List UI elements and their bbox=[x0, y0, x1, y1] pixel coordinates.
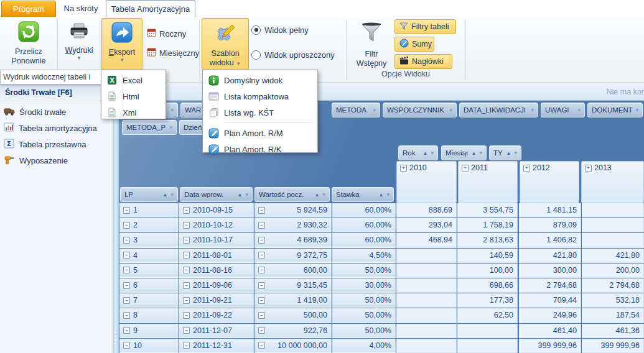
sidebar-item-srodki-trwale[interactable]: Środki trwałe bbox=[4, 104, 66, 119]
collapse-icon[interactable]: − bbox=[183, 327, 190, 334]
cell-date[interactable]: −2010-10-12 bbox=[179, 218, 254, 232]
menu-item-lista-kst[interactable]: Lista wg. KŚT bbox=[203, 104, 317, 121]
headers-toggle[interactable]: Nagłówki bbox=[394, 54, 452, 69]
filter-chevron-icon[interactable]: ▾ bbox=[322, 191, 325, 198]
collapse-icon[interactable]: − bbox=[123, 222, 130, 229]
cell-y2012[interactable]: 249,96 bbox=[519, 308, 581, 323]
cell-y2012[interactable]: 1 406,82 bbox=[519, 233, 581, 247]
group-header-rok[interactable]: Rok▲▾ bbox=[398, 145, 438, 160]
cell-y2013[interactable] bbox=[582, 218, 644, 232]
collapse-icon[interactable]: − bbox=[258, 282, 265, 289]
collapse-icon[interactable]: − bbox=[123, 267, 130, 273]
cell-y2013[interactable]: 187,54 bbox=[582, 308, 644, 323]
cell-lp[interactable]: −10 bbox=[119, 339, 179, 353]
filter-chevron-icon[interactable]: ▾ bbox=[449, 107, 452, 113]
cell-y2013[interactable]: 461,36 bbox=[582, 324, 644, 338]
sort-asc-icon[interactable]: ▲ bbox=[503, 150, 511, 156]
cell-y2010[interactable] bbox=[396, 308, 457, 323]
cell-y2012[interactable]: 399 999,96 bbox=[519, 339, 581, 353]
collapse-icon[interactable]: − bbox=[183, 282, 190, 289]
table-row[interactable]: −2−2010-10-12−2 930,3260,00%293,041 758,… bbox=[119, 218, 644, 233]
collapse-icon[interactable]: − bbox=[123, 207, 130, 214]
simple-view-radio[interactable]: Widok uproszczony bbox=[251, 48, 335, 61]
collapse-icon[interactable]: − bbox=[183, 342, 190, 349]
sort-asc-icon[interactable]: ▲ bbox=[311, 192, 320, 198]
filter-chevron-icon[interactable]: ▾ bbox=[577, 107, 581, 113]
cell-rate[interactable]: 60,00% bbox=[332, 218, 396, 232]
cell-y2010[interactable] bbox=[396, 264, 457, 278]
column-header-metoda[interactable]: METODA▾ bbox=[332, 103, 380, 117]
cell-y2011[interactable] bbox=[457, 324, 518, 338]
cell-date[interactable]: −2011-08-01 bbox=[179, 249, 254, 263]
column-header-wspolczynnik[interactable]: WSPOLCZYNNIK▾ bbox=[383, 103, 457, 117]
collapse-icon[interactable]: − bbox=[183, 252, 190, 259]
cell-lp[interactable]: −8 bbox=[119, 308, 179, 323]
filter-chevron-icon[interactable]: ▾ bbox=[479, 150, 482, 156]
cell-y2012[interactable]: 461,40 bbox=[519, 324, 581, 338]
cell-y2012[interactable]: 879,09 bbox=[519, 218, 581, 232]
cell-y2010[interactable]: 468,94 bbox=[396, 233, 457, 247]
filter-chevron-icon[interactable]: ▾ bbox=[531, 107, 534, 113]
year-header-2012[interactable]: +2012 bbox=[520, 161, 579, 203]
tab-tabela-amortyzacyjna[interactable]: Tabela Amortyzacyjna bbox=[106, 0, 195, 17]
table-row[interactable]: −1−2010-09-15−5 924,5960,00%888,693 554,… bbox=[119, 203, 644, 218]
cell-date[interactable]: −2011-08-16 bbox=[179, 264, 254, 278]
collapse-icon[interactable]: − bbox=[258, 267, 265, 273]
cell-value[interactable]: −922,76 bbox=[254, 324, 332, 338]
column-header-wartosc-pocz[interactable]: Wartość pocz.▲▾ bbox=[254, 187, 330, 202]
cell-date[interactable]: −2011-09-21 bbox=[179, 293, 254, 308]
expand-icon[interactable]: + bbox=[400, 165, 407, 172]
expand-icon[interactable]: + bbox=[585, 165, 592, 172]
filter-chevron-icon[interactable]: ▾ bbox=[514, 150, 517, 156]
sort-asc-icon[interactable]: ▲ bbox=[419, 150, 428, 156]
collapse-icon[interactable]: − bbox=[258, 222, 265, 229]
column-header-lp[interactable]: LP▲▾ bbox=[120, 187, 178, 202]
cell-rate[interactable]: 60,00% bbox=[332, 203, 396, 218]
column-header-data-likwidacji[interactable]: DATA_LIKWIDACJI▾ bbox=[459, 103, 538, 117]
tab-program[interactable]: Program bbox=[1, 1, 56, 17]
column-header-dokument[interactable]: DOKUMENT▾ bbox=[587, 103, 643, 117]
collapse-icon[interactable]: − bbox=[123, 237, 130, 244]
collapse-icon[interactable]: − bbox=[123, 342, 130, 349]
cell-lp[interactable]: −7 bbox=[119, 293, 179, 308]
cell-y2011[interactable]: 177,38 bbox=[457, 293, 518, 308]
menu-item-xml[interactable]: Xml bbox=[101, 104, 166, 121]
collapse-icon[interactable]: − bbox=[123, 327, 130, 334]
column-header-data-wprow[interactable]: Data wprow.▲▾ bbox=[180, 187, 253, 202]
filter-chevron-icon[interactable]: ▾ bbox=[169, 124, 172, 131]
group-header-typ[interactable]: TYP▲▾ bbox=[489, 145, 521, 160]
cell-y2013[interactable]: 532,18 bbox=[582, 293, 644, 308]
year-header-2013[interactable]: +2013 bbox=[581, 161, 644, 203]
table-row[interactable]: −6−2011-09-06−9 315,4530,00%698,662 794,… bbox=[119, 278, 644, 293]
collapse-icon[interactable]: − bbox=[123, 252, 130, 259]
collapse-icon[interactable]: − bbox=[183, 312, 190, 319]
column-header-uwagi[interactable]: UWAGI▾ bbox=[541, 103, 585, 117]
collapse-icon[interactable]: − bbox=[183, 297, 190, 304]
cell-y2011[interactable]: 62,50 bbox=[457, 308, 518, 323]
cell-y2013[interactable]: 399 999,96 bbox=[582, 339, 644, 353]
sort-asc-icon[interactable]: ▲ bbox=[234, 192, 243, 198]
table-row[interactable]: −5−2011-08-16−600,0050,00%100,00300,0020… bbox=[119, 264, 644, 278]
table-filters-toggle[interactable]: Filtry tabeli bbox=[394, 19, 456, 34]
expand-icon[interactable]: + bbox=[523, 165, 530, 172]
cell-y2013[interactable]: 200,00 bbox=[582, 264, 644, 278]
sidebar-item-tabela-amortyzacyjna[interactable]: Tabela amortyzacyjna bbox=[4, 121, 97, 135]
cell-rate[interactable]: 50,00% bbox=[332, 324, 396, 338]
collapse-icon[interactable]: − bbox=[258, 342, 265, 349]
cell-value[interactable]: −1 419,00 bbox=[254, 293, 332, 308]
sidebar-item-tabela-przestawna[interactable]: Σ Tabela przestawna bbox=[4, 137, 86, 152]
collapse-icon[interactable]: − bbox=[183, 207, 190, 214]
collapse-icon[interactable]: − bbox=[258, 237, 265, 244]
column-header-metoda-p[interactable]: METODA_P▾ bbox=[122, 120, 177, 135]
group-header-miesiac[interactable]: Miesiąc▲▾ bbox=[441, 145, 487, 160]
splitter[interactable] bbox=[113, 84, 119, 353]
menu-item-plan-amort-rk[interactable]: Plan Amort. R/K bbox=[203, 141, 317, 157]
cell-y2013[interactable]: 2 794,68 bbox=[582, 278, 644, 293]
monthly-button[interactable]: Miesięczny bbox=[147, 47, 199, 59]
cell-y2013[interactable] bbox=[582, 203, 644, 218]
cell-lp[interactable]: −9 bbox=[119, 324, 179, 338]
cell-y2011[interactable]: 100,00 bbox=[457, 264, 518, 278]
year-header-2010[interactable]: +2010 bbox=[396, 161, 457, 203]
cell-value[interactable]: −10 000 000,00 bbox=[254, 339, 332, 353]
cell-date[interactable]: −2010-10-17 bbox=[179, 233, 254, 247]
